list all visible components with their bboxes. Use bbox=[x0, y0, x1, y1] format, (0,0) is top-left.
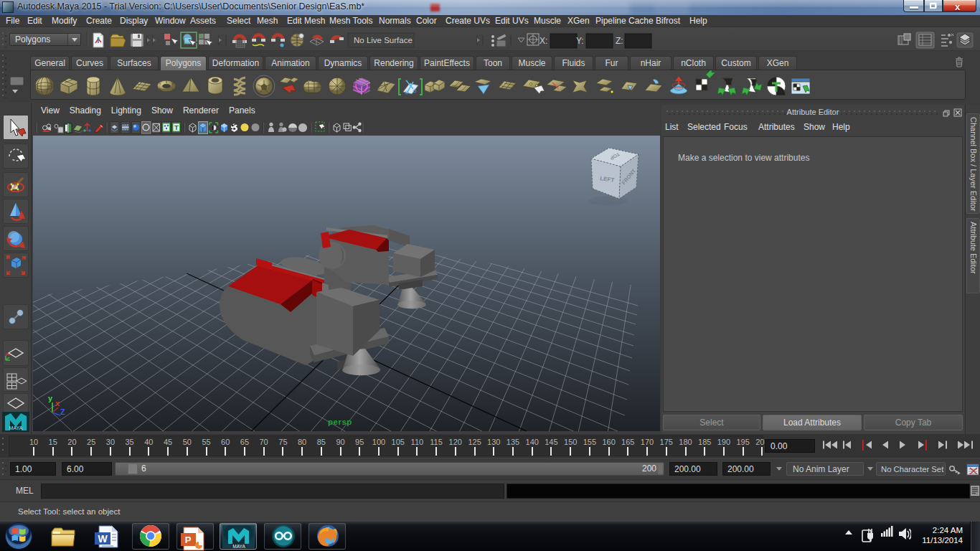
svg-text:x: x bbox=[55, 399, 60, 408]
svg-text:No Live Surface: No Live Surface bbox=[354, 36, 413, 44]
svg-text:MAYA: MAYA bbox=[232, 544, 245, 549]
svg-text:MAYA: MAYA bbox=[9, 425, 23, 430]
svg-text:W: W bbox=[98, 533, 108, 545]
svg-text:Z:: Z: bbox=[616, 36, 623, 46]
svg-text:X:: X: bbox=[540, 36, 547, 46]
svg-text:persp: persp bbox=[328, 418, 352, 426]
svg-text:P: P bbox=[185, 534, 192, 545]
svg-text:T: T bbox=[174, 123, 179, 131]
svg-text:Y:: Y: bbox=[576, 36, 584, 46]
svg-text:y: y bbox=[48, 394, 53, 402]
svg-text:Z: Z bbox=[60, 408, 65, 416]
